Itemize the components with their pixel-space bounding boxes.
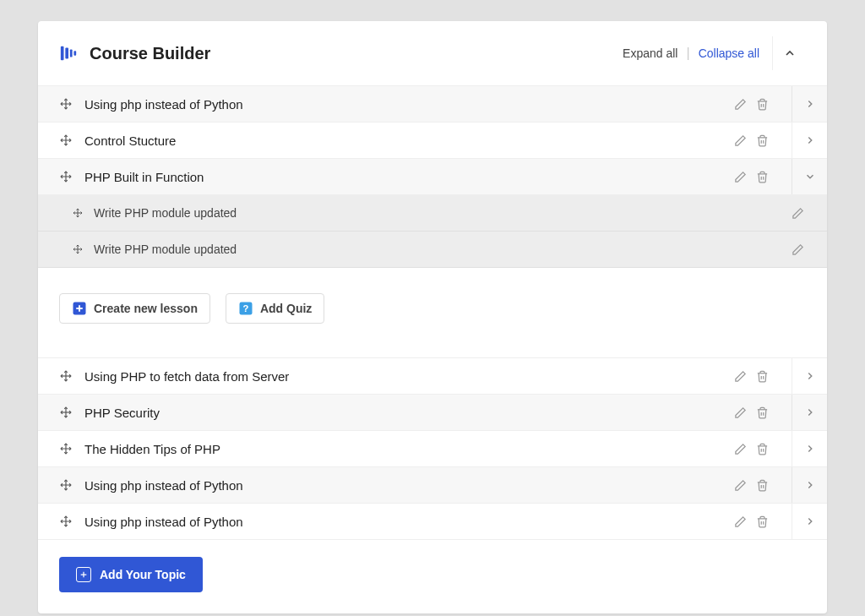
edit-icon[interactable] [732, 513, 748, 530]
topic-row: PHP Built in Function [38, 159, 827, 195]
drag-handle-icon[interactable] [59, 515, 73, 528]
add-quiz-label: Add Quiz [260, 302, 312, 315]
edit-icon[interactable] [732, 168, 748, 185]
topic-row: Using php instead of Python [38, 467, 827, 504]
quiz-icon: ? [238, 301, 253, 316]
trash-icon[interactable] [753, 168, 770, 185]
header-actions: Expand all | Collapse all [623, 46, 759, 61]
topic-row: Using php instead of Python [38, 86, 827, 123]
drag-handle-icon[interactable] [72, 207, 84, 219]
drag-handle-icon[interactable] [72, 243, 84, 255]
create-lesson-button[interactable]: Create new lesson [59, 293, 210, 324]
drag-handle-icon[interactable] [59, 406, 73, 419]
edit-icon[interactable] [732, 132, 748, 149]
course-builder-icon [59, 44, 78, 63]
drag-handle-icon[interactable] [59, 170, 73, 183]
topic-main: Using PHP to fetch data from Server [38, 358, 792, 394]
trash-icon[interactable] [753, 368, 770, 384]
drag-handle-icon[interactable] [59, 97, 73, 111]
add-topic-button[interactable]: Add Your Topic [59, 557, 203, 592]
create-lesson-label: Create new lesson [94, 302, 198, 315]
svg-rect-0 [61, 46, 64, 61]
topic-main: PHP Security [38, 395, 792, 430]
topic-toggle[interactable] [792, 358, 827, 394]
drag-handle-icon[interactable] [59, 478, 73, 492]
topic-main: PHP Built in Function [38, 159, 792, 194]
header: Course Builder Expand all | Collapse all [38, 21, 827, 86]
topic-toggle[interactable] [792, 467, 827, 503]
svg-rect-1 [65, 48, 68, 59]
topic-row: Using PHP to fetch data from Server [38, 358, 827, 395]
topic-main: Using php instead of Python [38, 86, 792, 122]
trash-icon[interactable] [753, 95, 770, 112]
topic-toggle[interactable] [792, 159, 827, 194]
lesson-actions: Create new lesson?Add Quiz [38, 268, 827, 358]
lesson-main: Write PHP module updated [38, 195, 827, 231]
topic-row: Control Stucture [38, 123, 827, 159]
topic-toggle[interactable] [792, 86, 827, 122]
topic-title: Using php instead of Python [84, 97, 726, 112]
trash-icon[interactable] [753, 440, 770, 457]
lesson-title: Write PHP module updated [94, 206, 784, 220]
edit-icon[interactable] [789, 241, 806, 258]
page-title: Course Builder [90, 44, 623, 63]
drag-handle-icon[interactable] [59, 442, 73, 455]
edit-icon[interactable] [732, 404, 748, 421]
topic-toggle[interactable] [792, 395, 827, 430]
topic-title: The Hidden Tips of PHP [84, 442, 726, 456]
topic-row: PHP Security [38, 395, 827, 431]
collapse-all-link[interactable]: Collapse all [699, 46, 759, 60]
expand-all-link[interactable]: Expand all [623, 46, 677, 60]
edit-icon[interactable] [732, 477, 748, 493]
add-topic-label: Add Your Topic [100, 568, 186, 581]
topic-toggle[interactable] [792, 123, 827, 158]
topic-toggle[interactable] [792, 431, 827, 466]
topic-title: PHP Built in Function [84, 170, 726, 184]
trash-icon[interactable] [753, 404, 770, 421]
topic-row: The Hidden Tips of PHP [38, 431, 827, 467]
drag-handle-icon[interactable] [59, 369, 73, 383]
edit-icon[interactable] [732, 440, 748, 457]
separator: | [686, 46, 689, 61]
card-toggle[interactable] [772, 36, 806, 70]
trash-icon[interactable] [753, 513, 770, 530]
svg-rect-3 [73, 51, 76, 56]
topic-main: The Hidden Tips of PHP [38, 431, 792, 466]
svg-text:?: ? [243, 303, 249, 313]
topic-main: Using php instead of Python [38, 467, 792, 503]
course-builder-card: Course Builder Expand all | Collapse all… [38, 21, 827, 613]
plus-box-icon [72, 301, 87, 316]
topic-main: Using php instead of Python [38, 504, 792, 539]
edit-icon[interactable] [732, 368, 748, 384]
topic-title: Using php instead of Python [84, 478, 726, 493]
edit-icon[interactable] [732, 95, 748, 112]
topic-toggle[interactable] [792, 504, 827, 539]
topic-title: Using php instead of Python [84, 515, 726, 529]
svg-rect-2 [70, 49, 73, 57]
trash-icon[interactable] [753, 477, 770, 493]
lesson-main: Write PHP module updated [38, 232, 827, 267]
add-quiz-button[interactable]: ?Add Quiz [226, 293, 324, 324]
topic-row: Using php instead of Python [38, 504, 827, 540]
lesson-row: Write PHP module updated [38, 195, 827, 232]
drag-handle-icon[interactable] [59, 134, 73, 147]
topic-main: Control Stucture [38, 123, 792, 158]
plus-icon [76, 567, 91, 582]
topic-title: Using PHP to fetch data from Server [84, 369, 726, 384]
trash-icon[interactable] [753, 132, 770, 149]
topic-title: Control Stucture [84, 134, 726, 148]
lesson-row: Write PHP module updated [38, 232, 827, 268]
topic-title: PHP Security [84, 406, 726, 420]
edit-icon[interactable] [789, 204, 806, 221]
lesson-title: Write PHP module updated [94, 243, 784, 256]
footer: Add Your Topic [38, 540, 827, 592]
